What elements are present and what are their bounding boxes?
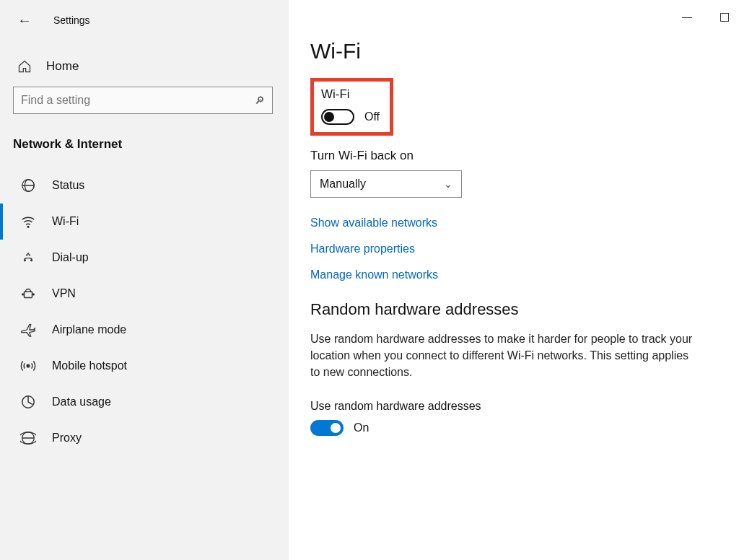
sidebar-item-proxy[interactable]: Proxy [0, 420, 289, 456]
svg-point-8 [22, 294, 24, 295]
svg-point-3 [31, 260, 32, 261]
sidebar-item-status[interactable]: Status [0, 167, 289, 204]
dialup-icon [20, 250, 36, 266]
airplane-icon [20, 322, 36, 338]
chevron-down-icon: ⌄ [444, 178, 452, 190]
turn-wifi-back-on-dropdown[interactable]: Manually ⌄ [310, 170, 462, 198]
sidebar-item-vpn[interactable]: VPN [0, 276, 289, 312]
titlebar: ← Settings [0, 10, 289, 30]
sidebar-item-label: Dial-up [52, 251, 89, 264]
datausage-icon [20, 394, 36, 410]
svg-point-9 [32, 294, 34, 295]
svg-point-1 [27, 226, 29, 227]
random-mac-heading: Random hardware addresses [310, 300, 717, 319]
random-mac-toggle-label: Use random hardware addresses [310, 400, 717, 413]
sidebar-item-label: VPN [52, 287, 76, 300]
search-box[interactable]: 🔍︎ [13, 87, 273, 114]
app-title: Settings [53, 14, 90, 26]
svg-point-10 [27, 364, 30, 367]
sidebar-item-dialup[interactable]: Dial-up [0, 240, 289, 276]
back-arrow-icon[interactable]: ← [17, 12, 32, 29]
window-controls [678, 9, 733, 26]
sidebar-category-title: Network & Internet [13, 137, 289, 152]
sidebar-item-label: Data usage [52, 395, 111, 408]
page-title: Wi-Fi [310, 39, 717, 64]
svg-rect-7 [25, 292, 32, 297]
svg-point-5 [29, 255, 30, 255]
link-show-networks[interactable]: Show available networks [310, 216, 717, 229]
search-icon: 🔍︎ [255, 95, 265, 106]
wifi-toggle-state: Off [364, 110, 380, 123]
sidebar-item-label: Mobile hotspot [52, 359, 127, 372]
svg-point-6 [27, 253, 28, 254]
link-manage-known-networks[interactable]: Manage known networks [310, 268, 717, 281]
wifi-toggle[interactable] [321, 109, 354, 125]
sidebar-item-datausage[interactable]: Data usage [0, 384, 289, 420]
proxy-icon [20, 430, 36, 446]
search-input[interactable] [21, 94, 255, 107]
turn-wifi-back-on-label: Turn Wi-Fi back on [310, 149, 717, 163]
wifi-icon [20, 214, 36, 229]
hotspot-icon [20, 358, 36, 374]
random-mac-toggle-state: On [354, 421, 369, 434]
random-mac-toggle[interactable] [310, 420, 344, 436]
sidebar-item-label: Proxy [52, 432, 82, 445]
random-mac-description: Use random hardware addresses to make it… [310, 331, 700, 381]
link-hardware-properties[interactable]: Hardware properties [310, 242, 717, 255]
sidebar-home[interactable]: Home [17, 59, 289, 74]
sidebar-item-label: Status [52, 179, 84, 192]
status-icon [20, 178, 36, 193]
minimize-button[interactable] [678, 9, 696, 26]
sidebar: ← Settings Home 🔍︎ Network & Internet St… [0, 0, 289, 560]
home-icon [17, 59, 32, 74]
sidebar-item-hotspot[interactable]: Mobile hotspot [0, 348, 289, 384]
sidebar-item-airplane[interactable]: Airplane mode [0, 312, 289, 348]
svg-point-4 [27, 255, 27, 255]
sidebar-home-label: Home [46, 59, 79, 74]
main-panel: Wi-Fi Wi-Fi Off Turn Wi-Fi back on Manua… [289, 0, 739, 560]
maximize-button[interactable] [716, 9, 733, 26]
sidebar-item-label: Airplane mode [52, 323, 126, 336]
vpn-icon [20, 286, 36, 302]
wifi-toggle-highlight: Wi-Fi Off [310, 78, 393, 136]
svg-point-2 [25, 260, 26, 261]
sidebar-item-label: Wi-Fi [52, 215, 79, 228]
wifi-toggle-label: Wi-Fi [321, 87, 380, 102]
dropdown-selected: Manually [320, 178, 366, 191]
sidebar-item-wifi[interactable]: Wi-Fi [0, 204, 289, 240]
